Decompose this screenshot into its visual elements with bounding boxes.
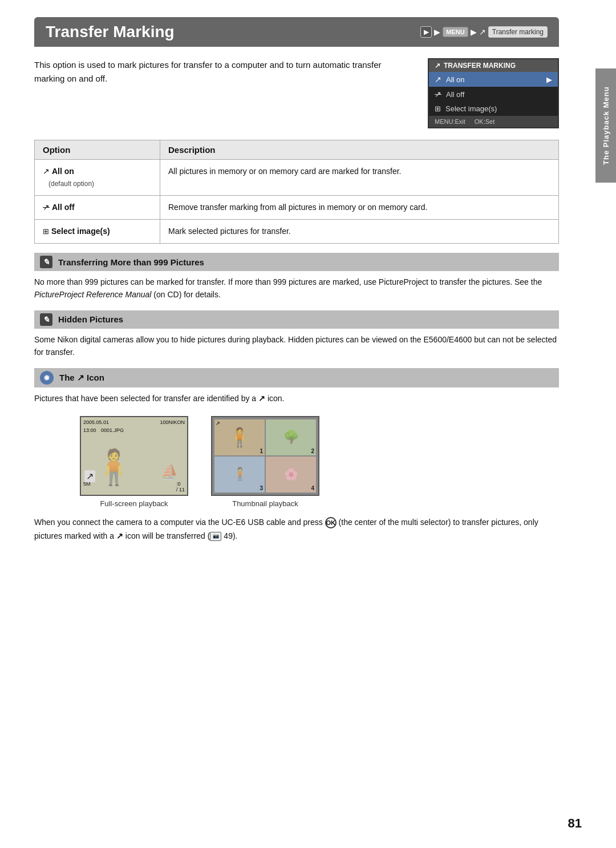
cam-time: 13:00: [83, 427, 96, 433]
cam-folder: 100NIKON: [160, 419, 185, 425]
thumbnail-image: 🧍 1 ↗ 🌳 2 🧍 3 🌸 4: [211, 416, 319, 496]
menu-screenshot: ↗ TRANSFER MARKING ↗ All on ▶ ↗ All off …: [428, 58, 559, 128]
cam-file: 0001.JPG: [101, 427, 124, 433]
all-off-icon: ↗: [435, 90, 441, 99]
thumb-num3: 3: [260, 485, 263, 491]
col-desc-header: Description: [160, 140, 559, 160]
options-table: Option Description ↗ All on (default opt…: [34, 140, 559, 244]
thumb-icon4: 🌸: [284, 467, 298, 481]
nav-arrow2: ▶: [471, 27, 477, 37]
option-all-off: ↗ All off: [35, 196, 160, 220]
menu-item-select: ⊞ Select image(s): [429, 102, 558, 116]
note-transferring-header: ✎ Transferring More than 999 Pictures: [34, 253, 559, 271]
cam-date: 2005.05.01: [83, 419, 109, 425]
thumb-num1: 1: [260, 448, 263, 454]
menu-item-all-off: ↗ All off: [429, 87, 558, 102]
note-hidden-title: Hidden Pictures: [58, 314, 123, 324]
option-select: ⊞ Select image(s): [35, 220, 160, 244]
all-on-name: All on: [52, 167, 74, 176]
all-off-name: All off: [52, 203, 75, 212]
playback-menu-tab: The Playback Menu: [595, 68, 616, 183]
thumb-cell-4: 🌸 4: [266, 457, 316, 492]
desc-all-off: Remove transfer marking from all picture…: [160, 196, 559, 220]
fullscreen-image: 2005.05.01 100NIKON 13:00 0001.JPG 🧍 ⛵ ↗…: [80, 416, 188, 496]
note-transferring-title: Transferring More than 999 Pictures: [58, 257, 204, 267]
cam-bottom: 5M :0/ 11: [83, 481, 185, 492]
thumbnail-caption: Thumbnail playback: [232, 499, 298, 508]
all-off-table-icon: ↗: [43, 203, 50, 212]
boat-figure: ⛵: [161, 463, 179, 481]
intro-text: This option is used to mark pictures for…: [34, 58, 411, 86]
page-title: Transfer Marking: [46, 23, 175, 41]
menu-title-text: TRANSFER MARKING: [444, 62, 516, 70]
note-hidden-header: ✎ Hidden Pictures: [34, 310, 559, 329]
menu-item-all-on: ↗ All on ▶: [429, 72, 558, 87]
all-on-sub: (default option): [43, 180, 94, 188]
intro-section: This option is used to mark pictures for…: [34, 58, 559, 128]
note-icon-body: Pictures that have been selected for tra…: [34, 392, 559, 405]
ok-button-symbol: OK: [325, 517, 337, 528]
note-pencil-icon: ✎: [40, 256, 52, 268]
page-number: 81: [568, 816, 582, 831]
bottom-text: When you connect the camera to a compute…: [34, 516, 559, 543]
desc-all-on: All pictures in memory or on memory card…: [160, 160, 559, 196]
fullscreen-caption: Full-screen playback: [100, 499, 168, 508]
note-transferring-body: No more than 999 pictures can be marked …: [34, 276, 559, 301]
title-bar: Transfer Marking ▶ ▶ MENU ▶ ↗ Transfer m…: [34, 17, 559, 47]
playback-icon: ▶: [420, 26, 432, 38]
menu-footer: MENU:Exit OK:Set: [429, 116, 558, 127]
fullscreen-block: 2005.05.01 100NIKON 13:00 0001.JPG 🧍 ⛵ ↗…: [80, 416, 188, 508]
select-table-icon: ⊞: [43, 227, 49, 236]
submenu-icon: ↗: [479, 27, 486, 37]
col-option-header: Option: [35, 140, 160, 160]
note-icon-title: The ↗ Icon: [59, 373, 104, 383]
thumbnail-block: 🧍 1 ↗ 🌳 2 🧍 3 🌸 4: [211, 416, 319, 508]
thumb-icon3: 🧍: [232, 467, 248, 482]
menu-title-icon: ↗: [435, 62, 440, 70]
note-pencil2-icon: ✎: [40, 313, 52, 326]
table-row: ↗ All off Remove transfer marking from a…: [35, 196, 559, 220]
menu-set-hint: OK:Set: [475, 118, 495, 125]
menu-button: MENU: [443, 27, 468, 37]
menu-title: ↗ TRANSFER MARKING: [429, 59, 558, 72]
all-on-icon: ↗: [435, 75, 441, 84]
thumb-num4: 4: [311, 485, 314, 491]
note-hidden: ✎ Hidden Pictures Some Nikon digital cam…: [34, 310, 559, 359]
nav-arrow1: ▶: [434, 27, 440, 37]
thumb-transfer1: ↗: [216, 421, 220, 426]
note-hidden-body: Some Nikon digital cameras allow you to …: [34, 333, 559, 359]
thumb-cell-3: 🧍 3: [214, 457, 265, 492]
desc-select: Mark selected pictures for transfer.: [160, 220, 559, 244]
note-icon-header: ◉ The ↗ Icon: [34, 368, 559, 387]
cam-info: 2005.05.01 100NIKON: [83, 419, 185, 425]
image-section: 2005.05.01 100NIKON 13:00 0001.JPG 🧍 ⛵ ↗…: [80, 416, 559, 508]
select-icon: ⊞: [435, 104, 441, 113]
thumb-icon2: 🌳: [283, 430, 299, 445]
note-transferring: ✎ Transferring More than 999 Pictures No…: [34, 253, 559, 301]
thumb-num2: 2: [311, 448, 314, 454]
title-nav: ▶ ▶ MENU ▶ ↗ Transfer marking: [420, 26, 548, 38]
transfer-mark: ↗: [84, 470, 95, 482]
person-figure: 🧍: [92, 450, 135, 484]
all-on-table-icon: ↗: [43, 167, 50, 176]
cam-count: :0/ 11: [176, 481, 185, 492]
menu-exit-hint: MENU:Exit: [435, 118, 465, 125]
nav-page-label: Transfer marking: [488, 26, 548, 38]
menu-arrow: ▶: [546, 75, 552, 84]
thumb-cell-2: 🌳 2: [266, 419, 316, 455]
thumb-icon1: 🧍: [228, 426, 251, 448]
megapixels: 5M: [83, 481, 91, 492]
select-name: Select image(s): [51, 227, 110, 236]
table-row: ⊞ Select image(s) Mark selected pictures…: [35, 220, 559, 244]
reference-icon: 📷: [210, 532, 221, 541]
thumb-cell-1: 🧍 1 ↗: [214, 419, 265, 455]
table-row: ↗ All on (default option) All pictures i…: [35, 160, 559, 196]
all-on-label: All on: [446, 75, 465, 84]
note-circle-icon: ◉: [40, 371, 54, 385]
select-label: Select image(s): [445, 104, 497, 113]
all-off-label: All off: [446, 90, 464, 99]
option-all-on: ↗ All on (default option): [35, 160, 160, 196]
note-icon-section: ◉ The ↗ Icon Pictures that have been sel…: [34, 368, 559, 405]
